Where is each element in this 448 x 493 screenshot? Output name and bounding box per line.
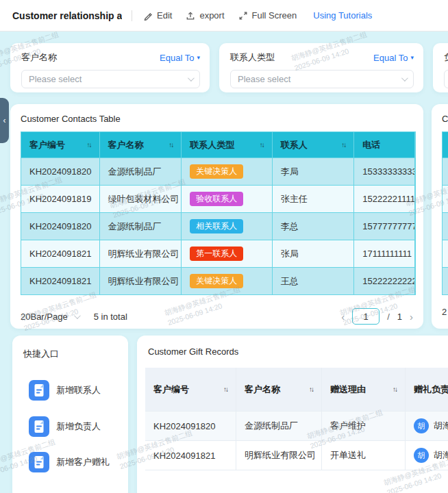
table-row: KH2024091820金源纸制品厂关键决策人李局15333333333 — [21, 158, 415, 186]
chevron-down-icon — [188, 75, 195, 81]
filter-card-contact-type: 联系人类型 Equal To ▾ Please select — [219, 43, 423, 92]
cell-4: 张主任 — [273, 186, 355, 213]
cell-3: 开单送礼 — [322, 441, 406, 470]
column-header-4[interactable]: 联系人↑↓ — [273, 132, 355, 158]
owner-name: 胡海静 — [434, 420, 448, 432]
gift-table-title: Customer Gift Records — [148, 346, 448, 357]
quick-entry-label: 新增联系人 — [56, 384, 101, 396]
cell-3: 验收联系人 — [182, 186, 273, 213]
side-table-header — [443, 132, 448, 158]
right-side-table-card: C 2 — [432, 104, 448, 329]
screen: Customer relationship a... Edit export F… — [0, 0, 448, 493]
customer-gift-records-table: 客户编号↑↓客户名称↑↓赠送理由↑↓赠礼负责人KH2024091820金源纸制品… — [145, 368, 448, 470]
table-row: KH2024091819绿叶包装材料公司验收联系人张主任15222221111 — [21, 186, 415, 213]
column-header-1[interactable]: 客户编号↑↓ — [145, 368, 236, 412]
cell-5: 15222222222 — [354, 268, 415, 295]
cell-4: 李局 — [273, 158, 355, 186]
divider — [132, 10, 132, 21]
quick-entry-label: 新增负责人 — [56, 420, 101, 433]
table-row — [443, 158, 448, 186]
export-button[interactable]: export — [186, 10, 224, 21]
column-label: 赠送理由 — [330, 383, 366, 396]
cell-1: KH2024091821 — [21, 268, 100, 295]
cell-2: 明辉纸业有限公司 — [236, 441, 322, 470]
filter-label: 联系人类型 — [230, 51, 275, 64]
quick-entry-add-owner[interactable]: 新增负责人 — [29, 416, 101, 437]
page-number-input[interactable] — [352, 308, 379, 325]
cell-4: 李总 — [273, 213, 355, 240]
edit-icon — [143, 11, 153, 21]
collapse-panel-tab[interactable]: ‹ — [0, 98, 9, 143]
using-tutorials-link[interactable]: Using Tutorials — [313, 10, 372, 21]
quick-entry-add-gift[interactable]: 新增客户赠礼 — [29, 452, 110, 472]
column-label: 赠礼负责人 — [414, 383, 448, 396]
column-header-5[interactable]: 电话 — [354, 132, 415, 158]
contacts-table-header: 客户编号↑↓客户名称↑↓联系人类型↑↓联系人↑↓电话 — [21, 132, 415, 158]
edit-button[interactable]: Edit — [143, 10, 172, 21]
filter-operator-dropdown[interactable]: Equal To ▾ — [160, 53, 200, 63]
document-icon — [29, 452, 49, 472]
cell-owner: 胡胡海静 — [406, 412, 448, 441]
filter-select-customer-name[interactable]: Please select — [21, 70, 200, 88]
owner-name: 胡海静 — [434, 449, 448, 462]
edit-label: Edit — [157, 10, 172, 21]
column-header-4[interactable]: 赠礼负责人 — [406, 368, 448, 412]
table-row: KH2024091821明辉纸业有限公司开单送礼胡胡海静 — [145, 441, 448, 470]
cell-2: 金源纸制品厂 — [100, 158, 182, 186]
placeholder: Please select — [29, 74, 82, 84]
side-pagination: 2 — [442, 307, 447, 317]
chevron-down-icon — [401, 75, 408, 81]
side-table-title: C — [442, 114, 448, 124]
cell-3: 客户维护 — [322, 412, 406, 441]
gift-table-header: 客户编号↑↓客户名称↑↓赠送理由↑↓赠礼负责人 — [145, 368, 448, 412]
cell-2: 绿叶包装材料公司 — [100, 186, 182, 213]
page-separator: / — [387, 312, 390, 322]
column-label: 联系人 — [281, 139, 308, 151]
cell-1: KH2024091820 — [21, 213, 100, 240]
sort-icon[interactable]: ↑↓ — [309, 385, 313, 393]
cell-5: 15777777777 — [354, 213, 415, 240]
sort-icon[interactable]: ↑↓ — [393, 385, 397, 393]
page-size-select[interactable]: 20Bar/Page — [21, 312, 79, 322]
filter-select-owner[interactable]: Please select — [444, 70, 448, 88]
quick-entry-card: 快捷入口 新增联系人 新增负责人 新增客户赠礼 — [12, 336, 128, 493]
sort-icon[interactable]: ↑↓ — [341, 141, 345, 149]
cell-1: KH2024091820 — [21, 158, 100, 186]
sort-icon[interactable]: ↑↓ — [260, 141, 264, 149]
filter-select-contact-type[interactable]: Please select — [230, 70, 414, 88]
table-row — [443, 186, 448, 213]
filter-card-customer-name: 客户名称 Equal To ▾ Please select — [10, 43, 210, 92]
column-header-3[interactable]: 赠送理由↑↓ — [322, 368, 406, 412]
export-icon — [186, 11, 195, 21]
contact-type-badge: 第一联系人 — [190, 246, 243, 261]
sort-icon[interactable]: ↑↓ — [169, 141, 173, 149]
filter-label: 负责人 — [444, 51, 448, 64]
cell-4: 张局 — [273, 240, 355, 268]
next-page-button[interactable]: › — [410, 312, 413, 322]
quick-entry-add-contact[interactable]: 新增联系人 — [29, 380, 101, 401]
filter-label: 客户名称 — [21, 51, 57, 64]
sort-icon[interactable]: ↑↓ — [87, 141, 91, 149]
customer-contacts-table: 客户编号↑↓客户名称↑↓联系人类型↑↓联系人↑↓电话KH2024091820金源… — [21, 131, 416, 295]
filter-card-owner: 负责人 Equal To ▾ Please select — [433, 43, 448, 92]
fullscreen-button[interactable]: Full Screen — [238, 10, 297, 21]
topbar: Customer relationship a... Edit export F… — [0, 0, 448, 31]
prev-page-button[interactable]: ‹ — [341, 312, 345, 322]
sort-icon[interactable]: ↑↓ — [223, 385, 227, 393]
column-label: 电话 — [362, 139, 380, 151]
table-row — [443, 240, 448, 268]
filter-operator-dropdown[interactable]: Equal To ▾ — [373, 53, 414, 63]
cell-1: KH2024091819 — [21, 186, 100, 213]
avatar: 胡 — [414, 418, 429, 433]
customer-contacts-card: Customer Contacts Table 客户编号↑↓客户名称↑↓联系人类… — [10, 104, 423, 329]
cell-owner: 胡胡海静 — [406, 441, 448, 470]
contacts-table-title: Customer Contacts Table — [21, 114, 413, 124]
document-icon — [29, 416, 49, 437]
document-icon — [29, 380, 49, 401]
column-header-3[interactable]: 联系人类型↑↓ — [182, 132, 273, 158]
column-header-2[interactable]: 客户名称↑↓ — [236, 368, 322, 412]
cell-1: KH2024091821 — [145, 441, 236, 470]
column-header-1[interactable]: 客户编号↑↓ — [21, 132, 100, 158]
cell-1: KH2024091821 — [21, 240, 100, 268]
column-header-2[interactable]: 客户名称↑↓ — [100, 132, 182, 158]
